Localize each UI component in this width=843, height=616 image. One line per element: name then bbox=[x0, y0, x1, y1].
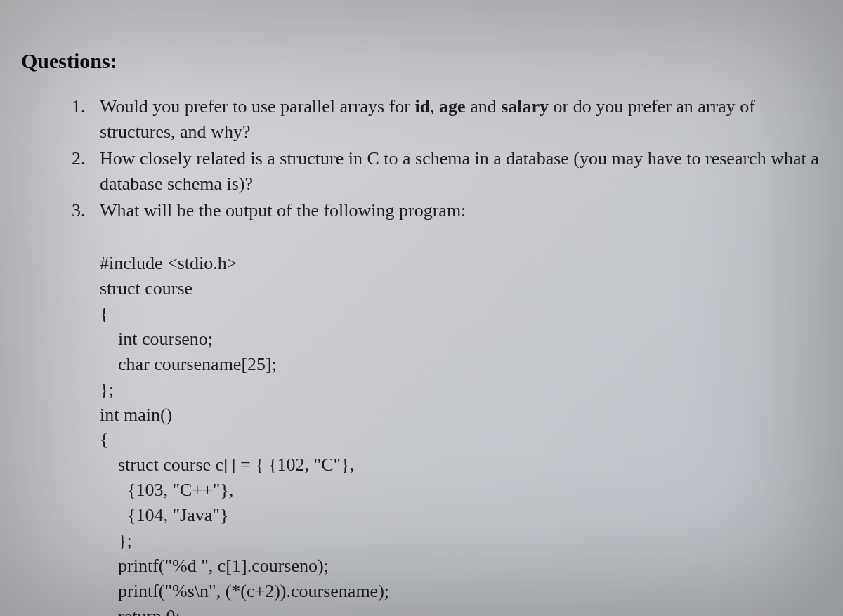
code-line: {104, "Java"} bbox=[100, 505, 228, 525]
q1-text-mid2: and bbox=[466, 96, 502, 117]
q3-code-block: #include <stdio.h> struct course { int c… bbox=[100, 225, 822, 616]
code-line: { bbox=[100, 429, 108, 450]
q1-bold-id: id bbox=[414, 96, 430, 117]
code-line: struct course c[] = { {102, "C"}, bbox=[100, 454, 354, 475]
q3-prompt: What will be the output of the following… bbox=[100, 200, 466, 221]
code-line: { bbox=[100, 303, 108, 324]
q1-text-mid1: , bbox=[430, 96, 439, 117]
code-line: return 0; bbox=[100, 606, 181, 617]
questions-heading: Questions: bbox=[21, 49, 822, 73]
q1-text-pre: Would you prefer to use parallel arrays … bbox=[100, 96, 414, 117]
code-line: }; bbox=[100, 379, 114, 400]
questions-list: Would you prefer to use parallel arrays … bbox=[63, 94, 822, 616]
code-line: #include <stdio.h> bbox=[100, 253, 237, 273]
code-line: }; bbox=[100, 530, 132, 551]
code-line: printf("%d ", c[1].courseno); bbox=[100, 556, 329, 576]
q1-bold-age: age bbox=[439, 96, 466, 117]
code-line: printf("%s\n", (*(c+2)).coursename); bbox=[100, 581, 389, 601]
q1-bold-salary: salary bbox=[501, 96, 549, 117]
code-line: char coursename[25]; bbox=[100, 354, 277, 374]
code-line: int courseno; bbox=[100, 329, 213, 349]
document-page: Questions: Would you prefer to use paral… bbox=[0, 0, 843, 616]
code-line: {103, "C++"}, bbox=[100, 480, 233, 500]
code-line: struct course bbox=[100, 278, 192, 299]
code-line: int main() bbox=[100, 405, 172, 425]
question-2: How closely related is a structure in C … bbox=[90, 146, 822, 197]
question-3: What will be the output of the following… bbox=[90, 198, 822, 617]
question-1: Would you prefer to use parallel arrays … bbox=[90, 94, 822, 145]
